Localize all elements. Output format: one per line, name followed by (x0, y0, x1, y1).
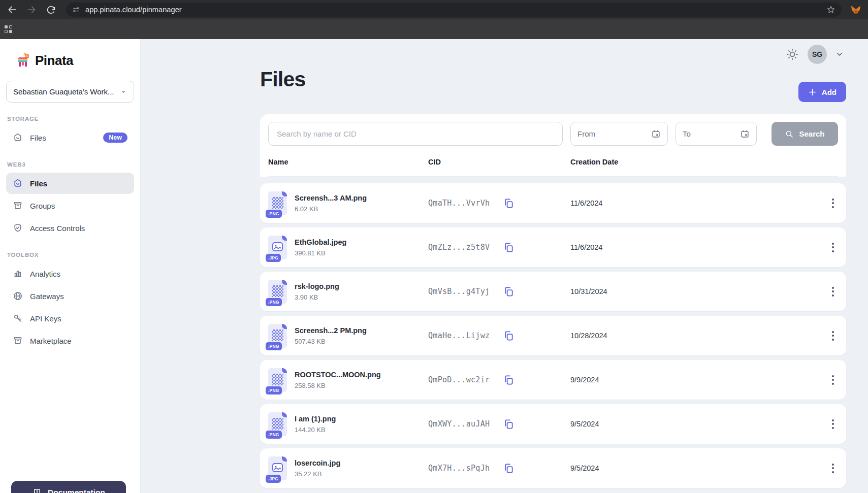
globe-icon (13, 291, 23, 301)
date-to-label: To (683, 129, 691, 138)
box-icon (13, 201, 23, 211)
forward-icon[interactable] (25, 4, 38, 16)
sidebar-item-groups[interactable]: Groups (6, 195, 134, 216)
date-from-field[interactable]: From (570, 122, 668, 146)
key-icon (13, 313, 23, 323)
file-name-cell: .PNG ROOTSTOC...MOON.png 258.58 KB (268, 368, 428, 392)
copy-cid-button[interactable] (502, 373, 516, 387)
calendar-icon[interactable] (740, 129, 750, 139)
table-row[interactable]: .PNG rsk-logo.png 3.90 KB QmVsB...g4Tyj … (260, 272, 846, 311)
add-button[interactable]: Add (798, 82, 846, 102)
copy-cid-button[interactable] (502, 285, 516, 299)
sidebar-item-access-controls[interactable]: Access Controls (6, 217, 134, 239)
search-button[interactable]: Search (771, 122, 838, 146)
sidebar-section-label: WEB3 (7, 161, 134, 168)
documentation-label: Documentation (48, 488, 105, 493)
row-menu-kebab-icon[interactable] (826, 327, 840, 344)
apps-grid-icon[interactable] (5, 25, 12, 33)
file-size: 390.81 KB (295, 249, 346, 257)
file-thumbnail-icon: .JPG (268, 456, 287, 480)
metamask-icon[interactable] (850, 4, 862, 16)
workspace-selector[interactable]: Sebastian Guaqueta's Work... (6, 81, 134, 103)
cid-cell: QmPoD...wc2ir (428, 373, 570, 387)
date-to-field[interactable]: To (676, 122, 757, 146)
table-row[interactable]: .PNG I am (1).png 144.20 KB QmXWY...auJA… (260, 404, 846, 444)
file-name-cell: .JPG EthGlobal.jpeg 390.81 KB (268, 236, 428, 259)
refresh-icon[interactable] (45, 4, 57, 16)
cid-cell: QmXWY...auJAH (428, 417, 570, 431)
file-cid: QmaHe...Lijwz (428, 331, 490, 340)
file-creation-date: 9/5/2024 (570, 420, 826, 428)
pinata-logo[interactable]: Pinata (15, 49, 134, 72)
sidebar-item-label: Files (30, 134, 46, 142)
file-name: losercoin.jpg (295, 459, 340, 467)
file-type-badge: .PNG (266, 386, 282, 395)
table-row[interactable]: .JPG EthGlobal.jpeg 390.81 KB QmZLz...z5… (260, 227, 846, 267)
sidebar-item-gateways[interactable]: Gateways (6, 285, 134, 307)
account-chevron-down-icon[interactable] (835, 50, 844, 58)
calendar-icon[interactable] (651, 129, 661, 139)
sidebar-nav: STORAGE Files New WEB3 Files Groups Acce… (6, 116, 134, 351)
sidebar-item-api-keys[interactable]: API Keys (6, 308, 134, 329)
table-row[interactable]: .JPG losercoin.jpg 35.22 KB QmX7H...sPqJ… (260, 448, 846, 488)
file-name-cell: .PNG I am (1).png 144.20 KB (268, 412, 428, 436)
search-button-label: Search (799, 129, 824, 138)
filter-card: From To S (260, 114, 846, 177)
header-actions: SG (786, 45, 844, 64)
table-row[interactable]: .PNG Screensh...3 AM.png 6.02 KB QmaTH..… (260, 183, 846, 223)
documentation-button[interactable]: Documentation (11, 481, 126, 493)
cid-cell: QmaHe...Lijwz (428, 329, 570, 343)
row-menu-kebab-icon[interactable] (826, 194, 840, 212)
file-thumbnail-icon: .PNG (268, 280, 287, 304)
sidebar-item-label: Files (30, 179, 47, 188)
copy-cid-button[interactable] (502, 417, 516, 431)
sidebar-item-files[interactable]: Files New (6, 127, 134, 148)
row-menu-kebab-icon[interactable] (826, 371, 840, 388)
sidebar-item-label: Marketplace (30, 337, 72, 345)
row-menu-kebab-icon[interactable] (826, 239, 840, 256)
app-shell: Pinata Sebastian Guaqueta's Work... STOR… (0, 39, 868, 493)
table-row[interactable]: .PNG Screensh...2 PM.png 507.43 KB QmaHe… (260, 316, 846, 355)
file-size: 35.22 KB (295, 470, 340, 478)
copy-cid-button[interactable] (502, 462, 516, 475)
add-button-label: Add (822, 88, 837, 96)
sidebar-section: STORAGE Files New (6, 116, 134, 148)
file-cid: QmXWY...auJAH (428, 419, 490, 429)
copy-cid-button[interactable] (502, 196, 516, 210)
copy-cid-button[interactable] (502, 241, 516, 254)
sidebar-item-files[interactable]: Files (6, 173, 134, 194)
file-size: 507.43 KB (295, 338, 367, 345)
file-name: ROOTSTOC...MOON.png (295, 371, 381, 379)
theme-sun-icon[interactable] (786, 48, 799, 61)
search-input[interactable] (268, 122, 563, 146)
cid-cell: QmaTH...VvrVh (428, 196, 570, 210)
box-icon (13, 336, 23, 346)
copy-cid-button[interactable] (502, 329, 516, 343)
file-type-badge: .JPG (266, 254, 281, 262)
row-menu-kebab-icon[interactable] (826, 459, 840, 477)
bookmark-star-icon[interactable] (826, 5, 835, 14)
main-area: SG Files Add From (141, 39, 868, 493)
row-menu-kebab-icon[interactable] (826, 415, 840, 433)
plus-icon (808, 88, 817, 96)
file-thumbnail-icon: .PNG (268, 191, 287, 215)
sidebar-section-label: TOOLBOX (7, 252, 134, 258)
site-info-icon[interactable] (72, 6, 80, 14)
file-name: rsk-logo.png (295, 282, 339, 290)
sidebar-item-marketplace[interactable]: Marketplace (6, 330, 134, 351)
bookmarks-strip (0, 19, 868, 39)
cid-cell: QmX7H...sPqJh (428, 462, 570, 475)
table-header: Name CID Creation Date (268, 147, 838, 177)
avatar[interactable]: SG (808, 45, 827, 64)
file-type-badge: .PNG (266, 210, 282, 218)
file-type-badge: .PNG (266, 431, 282, 439)
table-row[interactable]: .PNG ROOTSTOC...MOON.png 258.58 KB QmPoD… (260, 360, 846, 400)
search-icon (785, 129, 794, 139)
sidebar-item-analytics[interactable]: Analytics (6, 263, 134, 284)
file-name: Screensh...3 AM.png (295, 194, 367, 202)
address-bar[interactable]: app.pinata.cloud/pinmanager (66, 3, 842, 17)
back-icon[interactable] (6, 4, 18, 16)
file-name-cell: .PNG rsk-logo.png 3.90 KB (268, 280, 428, 304)
row-menu-kebab-icon[interactable] (826, 283, 840, 300)
file-size: 3.90 KB (295, 293, 339, 301)
